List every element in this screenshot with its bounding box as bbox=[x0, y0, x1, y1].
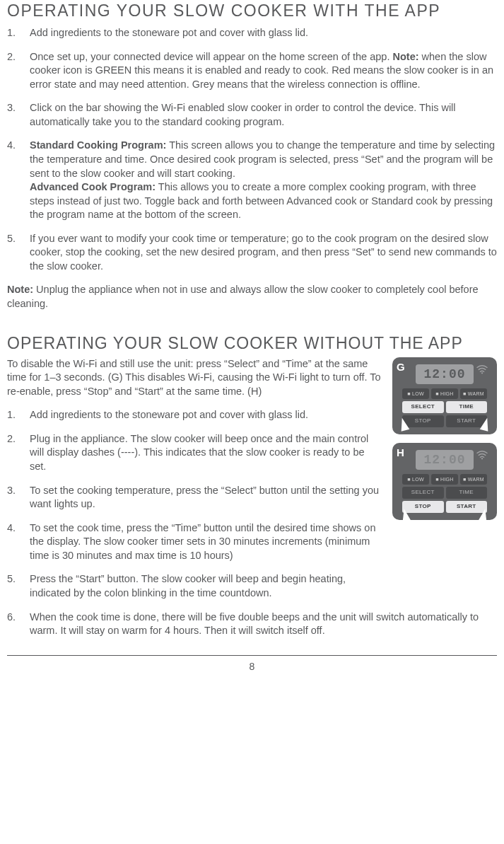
indicator-warm: ■ WARM bbox=[460, 388, 487, 399]
indicator-high: ■ HIGH bbox=[431, 474, 458, 485]
list-item: Add ingredients to the stoneware pot and… bbox=[7, 26, 497, 40]
select-button: SELECT bbox=[402, 401, 444, 413]
select-button: SELECT bbox=[402, 487, 444, 499]
list-item: Press the “Start” button. The slow cooke… bbox=[7, 572, 382, 600]
item-text: Press the “Start” button. The slow cooke… bbox=[30, 573, 346, 599]
stop-button: STOP bbox=[402, 501, 444, 513]
panel-illustrations: G 12:00 ■ LOW ■ HIGH ■ WARM SELECT TIME … bbox=[392, 357, 497, 520]
item-text: To set the cook time, press the “Time” b… bbox=[30, 522, 375, 561]
without-app-intro: To disable the Wi-Fi and still use the u… bbox=[7, 357, 382, 399]
indicator-low: ■ LOW bbox=[402, 388, 429, 399]
list-item: Click on the bar showing the Wi-Fi enabl… bbox=[7, 101, 497, 129]
list-item: If you ever want to modify your cook tim… bbox=[7, 232, 497, 274]
list-item: Standard Cooking Program: This screen al… bbox=[7, 139, 497, 221]
time-button: TIME bbox=[446, 401, 488, 413]
indicator-warm: ■ WARM bbox=[460, 474, 487, 485]
wifi-icon bbox=[476, 450, 488, 460]
svg-point-0 bbox=[481, 372, 483, 374]
list-item: Add ingredients to the stoneware pot and… bbox=[7, 408, 382, 422]
item-text: When the cook time is done, there will b… bbox=[30, 611, 479, 637]
list-item: To set the cooking temperature, press th… bbox=[7, 484, 382, 511]
panel-g: G 12:00 ■ LOW ■ HIGH ■ WARM SELECT TIME … bbox=[392, 357, 497, 434]
item-lead: Once set up, your connected device will … bbox=[30, 51, 392, 62]
item-text: Plug in the appliance. The slow cooker w… bbox=[30, 433, 368, 472]
indicator-low: ■ LOW bbox=[402, 474, 429, 485]
note-text: Unplug the appliance when not in use and… bbox=[7, 284, 479, 309]
footer-divider bbox=[7, 655, 497, 656]
without-app-list: Add ingredients to the stoneware pot and… bbox=[7, 408, 382, 600]
item-text: Add ingredients to the stoneware pot and… bbox=[30, 409, 308, 420]
note-label: Note: bbox=[7, 284, 33, 295]
item-bold-1: Standard Cooking Program: bbox=[30, 139, 166, 151]
list-item: When the cook time is done, there will b… bbox=[7, 611, 497, 638]
panel-h: H 12:00 ■ LOW ■ HIGH ■ WARM SELECT TIME … bbox=[392, 443, 497, 520]
unplug-note: Note: Unplug the appliance when not in u… bbox=[7, 283, 497, 311]
list-item: Once set up, your connected device will … bbox=[7, 50, 497, 92]
heading-without-app: OPERATING YOUR SLOW COOKER WITHOUT THE A… bbox=[7, 333, 497, 354]
svg-point-1 bbox=[481, 458, 483, 459]
indicator-high: ■ HIGH bbox=[431, 388, 458, 399]
stop-button: STOP bbox=[402, 415, 444, 427]
item-text: Add ingredients to the stoneware pot and… bbox=[30, 27, 308, 38]
time-button: TIME bbox=[446, 487, 488, 499]
start-button: START bbox=[446, 415, 488, 427]
item-text: Click on the bar showing the Wi-Fi enabl… bbox=[30, 102, 456, 127]
panel-display: 12:00 bbox=[416, 364, 474, 384]
item-bold-2: Advanced Cook Program: bbox=[30, 181, 156, 192]
without-app-list-continued: When the cook time is done, there will b… bbox=[7, 611, 497, 638]
item-text: To set the cooking temperature, press th… bbox=[30, 485, 379, 510]
page-number: 8 bbox=[7, 660, 497, 674]
with-app-list: Add ingredients to the stoneware pot and… bbox=[7, 26, 497, 273]
panel-label: G bbox=[397, 360, 405, 374]
item-note-label: Note: bbox=[392, 51, 418, 62]
panel-display: 12:00 bbox=[416, 450, 474, 470]
wifi-icon bbox=[476, 364, 488, 374]
heading-with-app: OPERATING YOUR SLOW COOKER WITH THE APP bbox=[7, 0, 497, 22]
start-button: START bbox=[446, 501, 488, 513]
list-item: To set the cook time, press the “Time” b… bbox=[7, 521, 382, 563]
item-text: If you ever want to modify your cook tim… bbox=[30, 233, 497, 272]
list-item: Plug in the appliance. The slow cooker w… bbox=[7, 432, 382, 474]
panel-label: H bbox=[397, 446, 404, 460]
